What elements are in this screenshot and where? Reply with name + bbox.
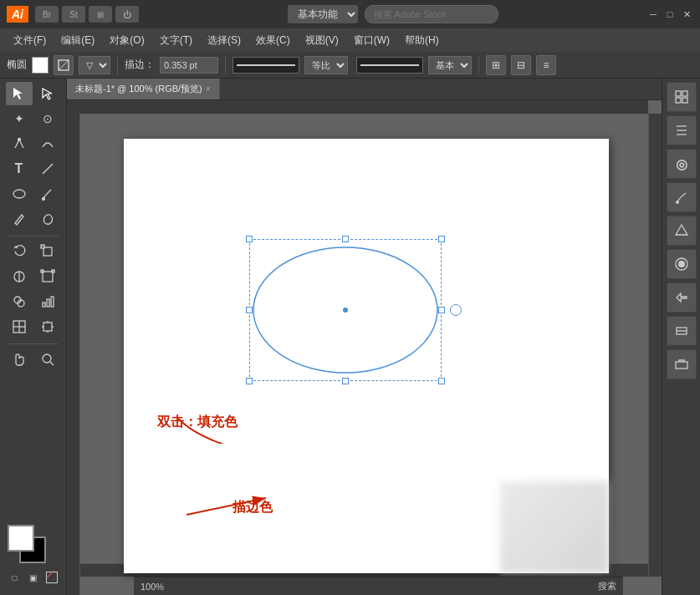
tool-row-7 [0,240,66,263]
hand-tool[interactable] [6,348,33,371]
tool-row-2: ✦ ⊙ [0,107,66,130]
stroke-proportion-select[interactable]: 等比 [304,56,348,74]
stroke-style-preview[interactable] [356,57,423,74]
stroke-label: 描边： [125,58,155,72]
document-tab[interactable]: 未标题-1* @ 100% (RGB/预览) × [67,79,220,99]
transform-tool[interactable] [34,240,61,263]
stroke-line-preview[interactable] [232,57,299,74]
canvas-scroll-area[interactable]: /* ruler ticks */ [67,100,662,595]
menu-effects[interactable]: 效果(C) [249,30,297,51]
svg-marker-40 [676,225,687,235]
handle-mid-right[interactable] [438,307,445,313]
type-tool[interactable]: T [6,157,33,181]
stock-search-input[interactable] [365,5,498,23]
maximize-button[interactable]: □ [663,8,677,21]
ruler-top: /* ruler ticks */ [67,100,648,114]
st-icon[interactable]: St [62,6,85,23]
free-transform-tool[interactable] [34,265,61,288]
stroke-arrow [182,490,283,523]
minimize-button[interactable]: ─ [646,8,660,21]
tool-row-9 [0,290,66,313]
canvas-area: 未标题-1* @ 100% (RGB/预览) × /* ruler ticks … [67,79,662,595]
menu-file[interactable]: 文件(F) [7,30,53,51]
stroke-style-select[interactable]: 基本 [428,56,472,74]
handle-top-right[interactable] [438,236,445,242]
svg-rect-11 [41,270,43,272]
right-btn-cc[interactable]: ◎ [667,149,697,179]
menu-view[interactable]: 视图(V) [299,30,345,51]
artboard-tool[interactable] [34,315,61,338]
tab-close-btn[interactable]: × [206,84,211,94]
direct-selection-tool[interactable] [34,82,61,105]
rotate-tool[interactable] [6,240,33,263]
puppet-warp-tool[interactable] [6,265,33,288]
tool-separator-2 [8,343,59,344]
blob-brush-tool[interactable] [34,207,61,231]
menu-help[interactable]: 帮助(H) [398,30,446,51]
svg-rect-34 [676,98,681,103]
selection-tool[interactable] [6,82,33,105]
close-button[interactable]: ✕ [680,8,693,21]
slice-tool[interactable] [6,315,33,338]
handle-bot-left[interactable] [246,378,253,384]
menu-select[interactable]: 选择(S) [201,30,248,51]
options-menu-btn[interactable]: ≡ [536,55,556,75]
handle-bot-right[interactable] [438,378,445,384]
svg-point-39 [676,201,679,204]
title-bar: Ai Br St ⊞ ⏻ 基本功能 ─ □ ✕ [0,0,700,28]
layout-icon[interactable]: ⊞ [89,6,112,23]
tool-row-4: T [0,157,66,181]
handle-top-mid[interactable] [342,236,349,242]
align-icon-btn[interactable]: ⊟ [511,55,531,75]
paintbrush-tool[interactable] [34,182,61,206]
center-dot [343,308,348,313]
pencil-tool[interactable] [6,207,33,231]
handle-top-left[interactable] [246,236,253,242]
right-btn-layers[interactable] [667,316,697,346]
graph-tool[interactable] [34,290,61,313]
fill-none-btn[interactable] [54,55,74,75]
svg-rect-7 [41,245,44,248]
color-swatches: □ ▣ [1,518,66,592]
lasso-tool[interactable]: ⊙ [34,107,61,130]
fill-annotation: 双击：填充色 [157,414,238,431]
ellipse-tool[interactable] [6,182,33,206]
normal-mode-btn[interactable]: □ [8,570,23,585]
handle-mid-left[interactable] [246,307,253,313]
gradient-circle-handle[interactable] [450,304,462,316]
svg-rect-17 [51,297,54,307]
right-btn-brush[interactable] [667,182,697,212]
pen-tool[interactable] [6,132,33,155]
gradient-mode-btn[interactable]: ▣ [26,570,41,585]
fill-type-select[interactable]: ▽ [79,56,110,74]
blurred-area [500,481,609,573]
fill-swatch[interactable] [32,57,49,74]
ellipse-container[interactable] [249,239,442,381]
arrange-icon-btn[interactable]: ⊞ [486,55,506,75]
title-middle: 基本功能 [142,5,643,23]
none-mode-btn[interactable] [44,570,59,585]
zoom-tool[interactable] [34,348,61,371]
right-btn-shape[interactable] [667,216,697,246]
menu-edit[interactable]: 编辑(E) [54,30,101,51]
handle-bot-mid[interactable] [342,378,349,384]
right-btn-color[interactable] [667,249,697,279]
br-icon[interactable]: Br [35,6,59,23]
art-canvas[interactable]: 双击：填充色 描边色 [124,139,609,573]
stroke-width-input[interactable] [160,57,218,74]
menu-object[interactable]: 对象(O) [103,30,151,51]
workspace-dropdown[interactable]: 基本功能 [288,5,358,23]
shape-builder-tool[interactable] [6,290,33,313]
right-btn-grid[interactable] [667,82,697,112]
line-tool[interactable] [34,157,61,181]
magic-wand-tool[interactable]: ✦ [6,107,33,130]
power-icon[interactable]: ⏻ [115,6,139,23]
menu-text[interactable]: 文字(T) [153,30,199,51]
scroll-right[interactable] [648,114,662,577]
fill-color-swatch[interactable] [8,525,34,552]
right-btn-expand[interactable] [667,282,697,313]
right-btn-properties[interactable] [667,349,697,379]
right-btn-align[interactable] [667,115,697,145]
curvature-tool[interactable] [34,132,61,155]
menu-window[interactable]: 窗口(W) [347,30,396,51]
